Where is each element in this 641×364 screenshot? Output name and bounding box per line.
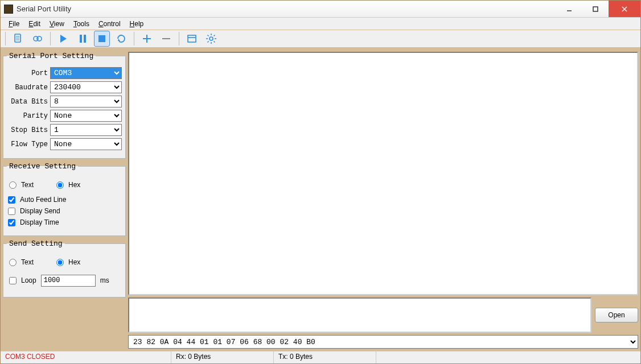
- svg-marker-10: [60, 35, 67, 43]
- auto-feed-line-check[interactable]: Auto Feed Line: [8, 196, 121, 204]
- app-icon: [4, 5, 13, 14]
- send-textarea[interactable]: [128, 297, 591, 333]
- send-setting-group: Send Setting Text Hex Loop ms: [3, 239, 126, 297]
- play-icon[interactable]: [55, 31, 71, 47]
- svg-rect-11: [80, 35, 82, 43]
- display-time-check[interactable]: Display Time: [8, 218, 121, 226]
- menu-bar: File Edit View Tools Control Help: [1, 18, 640, 30]
- svg-rect-18: [188, 35, 196, 42]
- pause-icon[interactable]: [75, 31, 91, 47]
- svg-rect-13: [98, 35, 105, 42]
- receive-setting-group: Receive Setting Text Hex Auto Feed Line …: [3, 162, 126, 236]
- svg-point-20: [209, 37, 213, 40]
- svg-line-25: [208, 35, 209, 36]
- receive-text-radio[interactable]: Text: [9, 181, 34, 189]
- send-hex-radio[interactable]: Hex: [56, 258, 80, 266]
- svg-point-9: [37, 36, 42, 41]
- window-title: Serial Port Utility: [17, 5, 556, 13]
- flowtype-combo[interactable]: None: [50, 138, 122, 150]
- refresh-icon[interactable]: [113, 31, 129, 47]
- status-tx: Tx: 0 Bytes: [274, 351, 376, 363]
- baud-label: Baudrate: [7, 84, 48, 92]
- menu-view[interactable]: View: [45, 19, 69, 29]
- status-rx: Rx: 0 Bytes: [171, 351, 274, 363]
- svg-line-28: [208, 42, 209, 43]
- minus-icon[interactable]: [158, 31, 174, 47]
- menu-help[interactable]: Help: [125, 19, 149, 29]
- close-button[interactable]: [609, 1, 640, 17]
- gear-icon[interactable]: [203, 31, 219, 47]
- stop-label: Stop Bits: [7, 126, 48, 134]
- stopbits-combo[interactable]: 1: [50, 124, 122, 136]
- loop-interval-input[interactable]: [41, 275, 96, 287]
- status-port: COM3 CLOSED: [1, 351, 171, 363]
- main-area: Serial Port Setting PortCOM3 Baudrate230…: [1, 49, 640, 351]
- document-icon[interactable]: [10, 31, 26, 47]
- status-bar: COM3 CLOSED Rx: 0 Bytes Tx: 0 Bytes: [1, 351, 640, 363]
- send-text-radio[interactable]: Text: [9, 258, 34, 266]
- stop-icon[interactable]: [94, 31, 110, 47]
- svg-line-26: [214, 42, 215, 43]
- svg-line-27: [214, 35, 215, 36]
- toolbar: [1, 30, 640, 49]
- menu-edit[interactable]: Edit: [24, 19, 45, 29]
- data-label: Data Bits: [7, 98, 48, 106]
- receive-legend: Receive Setting: [7, 162, 78, 171]
- title-bar: Serial Port Utility: [1, 1, 640, 18]
- loop-check[interactable]: Loop: [9, 276, 36, 284]
- svg-rect-1: [593, 7, 598, 11]
- svg-marker-14: [118, 39, 120, 41]
- parity-combo[interactable]: None: [50, 110, 122, 122]
- receive-textarea[interactable]: [128, 52, 638, 295]
- maximize-button[interactable]: [582, 1, 609, 17]
- menu-control[interactable]: Control: [94, 19, 125, 29]
- port-combo[interactable]: COM3: [50, 67, 122, 79]
- record-icon[interactable]: [30, 31, 46, 47]
- menu-tools[interactable]: Tools: [69, 19, 94, 29]
- serial-legend: Serial Port Setting: [7, 52, 96, 60]
- minimize-button[interactable]: [556, 1, 582, 17]
- window-icon[interactable]: [184, 31, 200, 47]
- flow-label: Flow Type: [7, 140, 48, 148]
- plus-icon[interactable]: [139, 31, 155, 47]
- parity-label: Parity: [7, 112, 48, 120]
- port-label: Port: [7, 69, 48, 77]
- databits-combo[interactable]: 8: [50, 96, 122, 107]
- serial-port-setting-group: Serial Port Setting PortCOM3 Baudrate230…: [3, 52, 126, 159]
- svg-rect-12: [84, 35, 86, 43]
- left-panel: Serial Port Setting PortCOM3 Baudrate230…: [3, 52, 126, 351]
- hex-history-combo[interactable]: 23 82 0A 04 44 01 01 07 06 68 00 02 40 B…: [128, 335, 638, 349]
- display-send-check[interactable]: Display Send: [8, 207, 121, 215]
- baudrate-combo[interactable]: 230400: [50, 81, 122, 93]
- ms-label: ms: [100, 276, 109, 284]
- send-legend: Send Setting: [7, 239, 65, 248]
- right-panel: Open 23 82 0A 04 44 01 01 07 06 68 00 02…: [128, 52, 638, 351]
- menu-file[interactable]: File: [4, 19, 24, 29]
- open-button[interactable]: Open: [595, 308, 638, 322]
- receive-hex-radio[interactable]: Hex: [56, 181, 80, 189]
